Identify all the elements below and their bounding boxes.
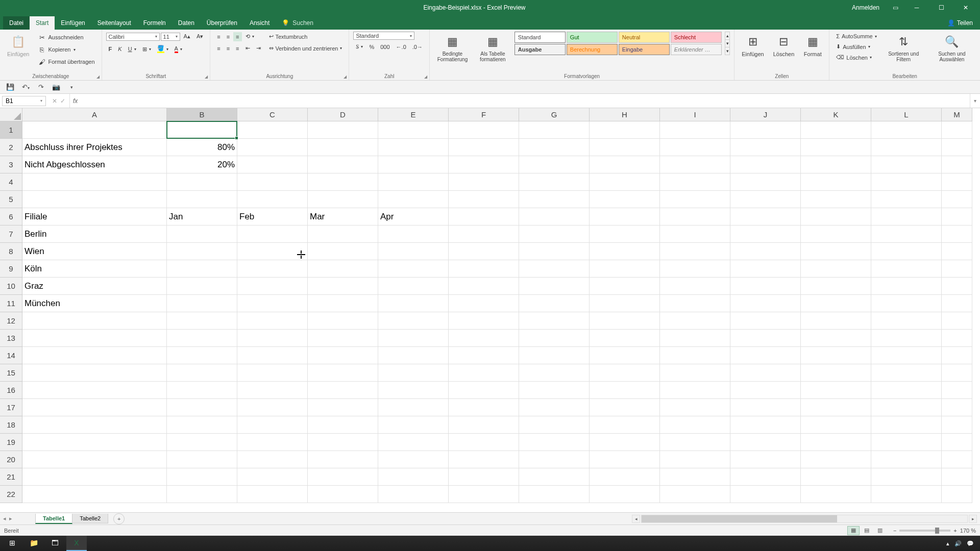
cell[interactable]: [730, 208, 801, 226]
cell[interactable]: [660, 295, 730, 312]
column-header[interactable]: D: [308, 108, 378, 121]
dialog-launcher-icon[interactable]: ◢: [424, 74, 427, 79]
cell[interactable]: [519, 191, 590, 208]
cell[interactable]: [22, 434, 167, 451]
cell[interactable]: [167, 260, 237, 278]
qat-customize-button[interactable]: ▾: [66, 85, 77, 90]
cell[interactable]: [449, 312, 519, 330]
gallery-more-button[interactable]: ▾: [725, 47, 729, 55]
cell[interactable]: Apr: [378, 208, 449, 226]
cell[interactable]: [519, 121, 590, 139]
cell[interactable]: [942, 399, 972, 416]
cell[interactable]: [590, 226, 660, 243]
page-layout-view-button[interactable]: ▤: [861, 526, 873, 535]
column-header[interactable]: M: [942, 108, 972, 121]
style-berechnung[interactable]: Berechnung: [567, 44, 618, 55]
cell[interactable]: [590, 295, 660, 312]
format-as-table-button[interactable]: ▦ Als Tabelle formatieren: [474, 32, 511, 64]
cell[interactable]: [660, 226, 730, 243]
insert-cells-button[interactable]: ⊞Einfügen: [739, 32, 767, 59]
cell[interactable]: [590, 468, 660, 486]
cell[interactable]: [590, 416, 660, 434]
cell[interactable]: [942, 156, 972, 173]
cell[interactable]: [590, 278, 660, 295]
sort-filter-button[interactable]: ⇅Sortieren und Filtern: [883, 32, 925, 64]
column-header[interactable]: L: [871, 108, 942, 121]
cell[interactable]: [942, 382, 972, 399]
cell[interactable]: [660, 139, 730, 156]
cell[interactable]: [660, 330, 730, 347]
find-select-button[interactable]: 🔍Suchen und Auswählen: [928, 32, 976, 64]
align-top-button[interactable]: ≡: [214, 32, 223, 41]
cell[interactable]: [449, 139, 519, 156]
paste-button[interactable]: 📋 Einfügen: [4, 32, 32, 59]
cell[interactable]: Köln: [22, 260, 167, 278]
cell[interactable]: [237, 416, 308, 434]
cell[interactable]: [590, 364, 660, 382]
cell[interactable]: [378, 295, 449, 312]
cell[interactable]: [237, 139, 308, 156]
cell[interactable]: [942, 226, 972, 243]
cell[interactable]: [22, 382, 167, 399]
cell[interactable]: [801, 121, 871, 139]
redo-button[interactable]: ↷: [36, 83, 46, 91]
cell[interactable]: [167, 347, 237, 364]
cell[interactable]: [237, 451, 308, 468]
align-middle-button[interactable]: ≡: [224, 32, 232, 41]
cell[interactable]: [449, 399, 519, 416]
cell[interactable]: [519, 208, 590, 226]
cell[interactable]: [801, 260, 871, 278]
borders-button[interactable]: ⊞▾: [140, 44, 154, 54]
cell[interactable]: [801, 173, 871, 191]
cell[interactable]: [590, 434, 660, 451]
cell[interactable]: [378, 156, 449, 173]
conditional-formatting-button[interactable]: ▦ Bedingte Formatierung: [434, 32, 471, 64]
cell[interactable]: [871, 208, 942, 226]
cell[interactable]: [730, 347, 801, 364]
task-app-button[interactable]: 🗔: [45, 536, 65, 551]
cell[interactable]: [660, 434, 730, 451]
cell[interactable]: [308, 382, 378, 399]
cell[interactable]: München: [22, 295, 167, 312]
cell[interactable]: [519, 434, 590, 451]
cell[interactable]: [167, 191, 237, 208]
decrease-indent-button[interactable]: ⇤: [243, 43, 253, 53]
cell[interactable]: [519, 468, 590, 486]
cell[interactable]: [942, 468, 972, 486]
cell[interactable]: [519, 382, 590, 399]
enter-formula-button[interactable]: ✓: [60, 97, 65, 105]
merge-center-button[interactable]: ⇔Verbinden und zentrieren▾: [266, 43, 345, 53]
cell[interactable]: Filiale: [22, 208, 167, 226]
thousands-button[interactable]: 000: [378, 42, 392, 52]
cell[interactable]: [942, 173, 972, 191]
row-header[interactable]: 11: [0, 295, 22, 312]
formula-input[interactable]: [81, 94, 970, 108]
cell[interactable]: [590, 260, 660, 278]
cell[interactable]: [378, 364, 449, 382]
align-right-button[interactable]: ≡: [233, 44, 241, 53]
cell[interactable]: [871, 416, 942, 434]
cell[interactable]: [942, 416, 972, 434]
clear-button[interactable]: ⌫Löschen▾: [834, 53, 879, 62]
cell[interactable]: [519, 312, 590, 330]
cell[interactable]: [308, 486, 378, 503]
cell[interactable]: [590, 121, 660, 139]
cell[interactable]: [519, 364, 590, 382]
zoom-in-button[interactable]: +: [953, 528, 957, 534]
cell[interactable]: [519, 156, 590, 173]
cell[interactable]: [378, 330, 449, 347]
cell[interactable]: Abschluss ihrer Projektes: [22, 139, 167, 156]
cell[interactable]: [237, 434, 308, 451]
file-explorer-button[interactable]: 📁: [23, 536, 44, 551]
cell[interactable]: [167, 416, 237, 434]
sheet-tab-tabelle2[interactable]: Tabelle2: [72, 514, 108, 523]
cell[interactable]: [801, 278, 871, 295]
cell[interactable]: [801, 364, 871, 382]
delete-cells-button[interactable]: ⊟Löschen: [770, 32, 798, 59]
cell[interactable]: [237, 364, 308, 382]
cell[interactable]: [167, 278, 237, 295]
cell[interactable]: [449, 191, 519, 208]
cell[interactable]: [237, 486, 308, 503]
cell[interactable]: [730, 139, 801, 156]
cell[interactable]: [801, 139, 871, 156]
